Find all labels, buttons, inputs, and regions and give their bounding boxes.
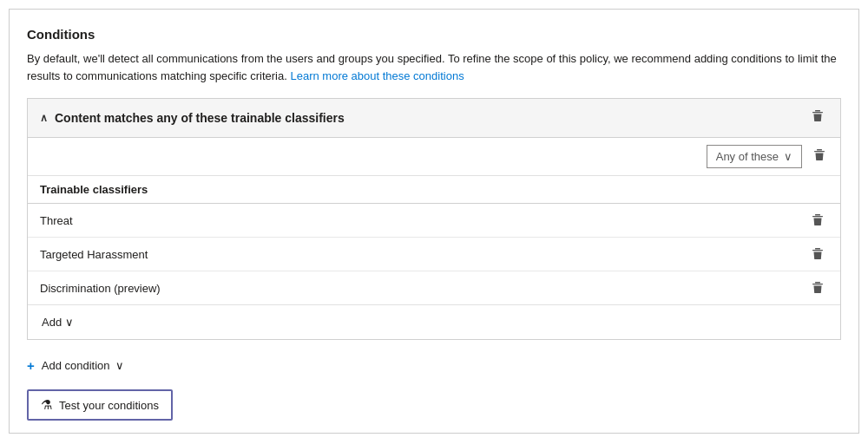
page-description: By default, we'll detect all communicati… bbox=[27, 50, 841, 84]
test-conditions-button[interactable]: ⚗ Test your conditions bbox=[27, 389, 173, 421]
svg-rect-4 bbox=[815, 214, 820, 216]
svg-rect-2 bbox=[817, 149, 822, 151]
test-conditions-label: Test your conditions bbox=[59, 399, 159, 412]
trash-icon bbox=[811, 109, 825, 127]
condition-header-left: ∧ Content matches any of these trainable… bbox=[40, 111, 345, 125]
add-classifier-button[interactable]: Add ∨ bbox=[40, 312, 76, 332]
plus-icon: + bbox=[27, 358, 35, 373]
delete-classifier-button-1[interactable] bbox=[807, 245, 828, 263]
add-chevron-icon: ∨ bbox=[65, 316, 74, 329]
delete-classifier-button-2[interactable] bbox=[807, 279, 828, 297]
any-of-these-button[interactable]: Any of these ∨ bbox=[707, 145, 802, 168]
collapse-chevron-icon[interactable]: ∧ bbox=[40, 112, 48, 124]
condition-title: Content matches any of these trainable c… bbox=[55, 111, 345, 125]
add-classifier-row: Add ∨ bbox=[28, 304, 840, 339]
classifier-name: Discrimination (preview) bbox=[28, 271, 795, 305]
delete-condition-button[interactable] bbox=[807, 108, 828, 128]
svg-rect-8 bbox=[815, 282, 820, 284]
flask-icon: ⚗ bbox=[41, 397, 52, 413]
condition-block: ∧ Content matches any of these trainable… bbox=[27, 98, 841, 340]
any-of-chevron-icon: ∨ bbox=[784, 150, 792, 163]
trash-icon-2 bbox=[812, 148, 826, 166]
classifier-name: Targeted Harassment bbox=[28, 238, 795, 271]
main-container: Conditions By default, we'll detect all … bbox=[9, 9, 859, 434]
table-row: Discrimination (preview) bbox=[28, 271, 840, 305]
svg-rect-5 bbox=[812, 216, 823, 217]
any-of-row: Any of these ∨ bbox=[28, 138, 840, 176]
svg-rect-6 bbox=[815, 248, 820, 250]
classifier-name: Threat bbox=[28, 204, 795, 238]
page-title: Conditions bbox=[27, 27, 841, 42]
svg-rect-3 bbox=[814, 151, 825, 152]
svg-rect-9 bbox=[812, 284, 823, 284]
add-condition-chevron-icon: ∨ bbox=[115, 359, 124, 372]
add-condition-label: Add condition bbox=[42, 359, 110, 372]
svg-rect-0 bbox=[815, 110, 820, 112]
condition-header: ∧ Content matches any of these trainable… bbox=[28, 99, 840, 138]
learn-more-link[interactable]: Learn more about these conditions bbox=[290, 69, 464, 82]
add-condition-button[interactable]: Add condition ∨ bbox=[40, 356, 126, 375]
any-of-these-label: Any of these bbox=[716, 150, 779, 163]
table-row: Threat bbox=[28, 204, 840, 238]
classifiers-column-header: Trainable classifiers bbox=[28, 176, 795, 204]
classifiers-table: Trainable classifiers Threat Targeted Ha… bbox=[28, 176, 840, 304]
classifier-delete-cell bbox=[795, 204, 840, 238]
add-condition-row: + Add condition ∨ bbox=[27, 354, 841, 377]
svg-rect-1 bbox=[812, 112, 823, 113]
add-label: Add bbox=[42, 316, 62, 329]
table-row: Targeted Harassment bbox=[28, 238, 840, 271]
classifier-delete-cell bbox=[795, 271, 840, 305]
delete-classifier-button-0[interactable] bbox=[807, 212, 828, 229]
svg-rect-7 bbox=[812, 250, 823, 251]
delete-any-of-button[interactable] bbox=[809, 147, 830, 167]
classifier-delete-cell bbox=[795, 238, 840, 271]
